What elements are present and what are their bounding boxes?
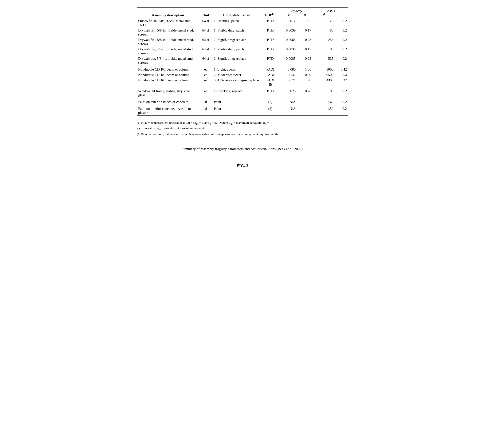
cap-x-cell: N/A xyxy=(279,106,297,115)
table-row: Nonductile CIP RC beam or columnea3, 4. … xyxy=(137,78,348,87)
edp-cell: PTD xyxy=(261,47,279,56)
cost-beta-cell: 0.2 xyxy=(335,88,348,98)
cap-x-cell: 0.0039 xyxy=(279,28,297,37)
cap-x-cell: 0.012 xyxy=(279,18,297,28)
cost-group-header: Cost, $ xyxy=(313,8,348,13)
cost-x-header: x̂ xyxy=(313,13,335,18)
cap-beta-cell xyxy=(297,99,313,105)
cap-beta-cell xyxy=(297,106,313,115)
cap-x-cell: 0.080 xyxy=(279,67,297,72)
unit-col-header: Unit xyxy=(199,8,212,18)
table-row: Drywall ptn, 5/8-in., 1 side, metal stud… xyxy=(137,56,348,65)
assembly-cell: Drywall ptn, 5/8-in., 1 side, metal stud… xyxy=(137,56,199,65)
footnote-2: (2) Paint entire room, hallway, etc. to … xyxy=(137,132,348,137)
assembly-cell: Stucco finish, 7/8", 3-5/8" metal stud, … xyxy=(137,18,199,28)
data-table: Assembly description Unit Limit state; r… xyxy=(137,8,348,115)
assembly-cell: Nonductile CIP RC beam or column xyxy=(137,78,199,87)
unit-cell: ea xyxy=(199,67,212,72)
assembly-cell: Drywall fin., 5/8-in., 1 side, metal stu… xyxy=(137,37,199,47)
unit-cell: 64 sf xyxy=(199,28,212,37)
cap-beta-cell: 0.17 xyxy=(297,47,313,56)
assembly-cell: Paint on exterior stucco or concrete xyxy=(137,99,199,105)
footnote-1: (1) PTD = peak transient drift ratio; PA… xyxy=(137,120,348,126)
cost-x-cell: 253 xyxy=(313,37,335,47)
cost-x-cell: 1.52 xyxy=(313,106,335,115)
cost-x-cell: 88 xyxy=(313,28,335,37)
limit-cell: 2. Signif. dmg; replace xyxy=(212,37,261,47)
figure-caption: Summary of assembly fragility parameters… xyxy=(137,146,348,152)
unit-cell: 64 sf xyxy=(199,37,212,47)
edp-cell: PADI xyxy=(261,72,279,78)
edp-cell: PTD xyxy=(261,88,279,98)
cost-beta-cell: 0.2 xyxy=(335,106,348,115)
unit-cell: 64 sf xyxy=(199,18,212,28)
table-row: Drywall ptn, 5/8-in., 1 side, metal stud… xyxy=(137,47,348,56)
cost-x-cell: 8000 xyxy=(313,67,335,72)
cost-beta-cell: 0.37 xyxy=(335,78,348,87)
group-header-row: Assembly description Unit Limit state; r… xyxy=(137,8,348,13)
cap-beta-cell: 0.28 xyxy=(297,88,313,98)
cost-x-cell: 88 xyxy=(313,47,335,56)
unit-cell: sf xyxy=(199,99,212,105)
limit-cell: 1. Visible dmg; patch xyxy=(212,28,261,37)
edp-cell: PADI⚐ xyxy=(261,78,279,87)
assembly-cell: Nonductile CIP RC beam or column xyxy=(137,72,199,78)
table-row: Paint on interior concrete, drywall, or … xyxy=(137,106,348,115)
footnote-1-line2: yield curvature, φu = curvature at maxim… xyxy=(137,126,348,131)
cost-x-cell: 525 xyxy=(313,56,335,65)
cost-beta-cell: 0.4 xyxy=(335,72,348,78)
cap-beta-cell: 0.17 xyxy=(297,28,313,37)
cap-x-cell: 0.31 xyxy=(279,72,297,78)
limit-cell: 1. Visible dmg; patch xyxy=(212,47,261,56)
table-row: Stucco finish, 7/8", 3-5/8" metal stud, … xyxy=(137,18,348,28)
cap-x-cell: 0.0085 xyxy=(279,37,297,47)
cost-beta-cell: 0.42 xyxy=(335,67,348,72)
table-wrapper: Assembly description Unit Limit state; r… xyxy=(137,7,348,116)
cap-beta-header: β xyxy=(297,13,313,18)
cost-x-cell: 1.45 xyxy=(313,99,335,105)
table-row: Drywall fin., 5/8-in., 1 side, metal stu… xyxy=(137,37,348,47)
edp-cell: (2) xyxy=(261,106,279,115)
limit-cell: 1. Light; epoxy xyxy=(212,67,261,72)
unit-cell: 64 sf xyxy=(199,47,212,56)
cost-beta-header: β xyxy=(335,13,348,18)
cost-beta-cell: 0.2 xyxy=(335,18,348,28)
edp-cell: (2) xyxy=(261,99,279,105)
unit-cell: ea xyxy=(199,78,212,87)
edp-cell: PTD xyxy=(261,18,279,28)
cap-beta-cell: 0.8 xyxy=(297,78,313,87)
unit-cell: 64 sf xyxy=(199,56,212,65)
cap-x-cell: 0.023 xyxy=(279,88,297,98)
cap-beta-cell: 0.89 xyxy=(297,72,313,78)
cost-beta-cell: 0.2 xyxy=(335,99,348,105)
cost-x-cell: 20500 xyxy=(313,72,335,78)
cost-beta-cell: 0.2 xyxy=(335,56,348,65)
table-row: Nonductile CIP RC beam or columnea1. Lig… xyxy=(137,67,348,72)
cap-x-cell: 0.0039 xyxy=(279,47,297,56)
unit-cell: ea xyxy=(199,88,212,98)
limit-col-header: Limit state; repair xyxy=(212,8,261,18)
edp-cell: PADI xyxy=(261,67,279,72)
table-row: Drywall fin., 5/8-in., 1 side, metal stu… xyxy=(137,28,348,37)
edp-cell: PTD xyxy=(261,28,279,37)
limit-cell: 2. Moderate; jacket xyxy=(212,72,261,78)
table-row: Nonductile CIP RC beam or columnea2. Mod… xyxy=(137,72,348,78)
unit-cell: sf xyxy=(199,106,212,115)
cap-beta-cell: 0.23 xyxy=(297,56,313,65)
cap-x-cell: N/A xyxy=(279,99,297,105)
cost-beta-cell: 0.2 xyxy=(335,47,348,56)
cap-beta-cell: 0.23 xyxy=(297,37,313,47)
cap-beta-cell: 0.5 xyxy=(297,18,313,28)
cost-x-cell: 180 xyxy=(313,88,335,98)
assembly-cell: Drywall fin., 5/8-in., 1 side, metal stu… xyxy=(137,28,199,37)
page-container: Assembly description Unit Limit state; r… xyxy=(137,7,348,168)
assembly-col-header: Assembly description xyxy=(137,8,199,18)
cost-beta-cell: 0.2 xyxy=(335,28,348,37)
footnotes: (1) PTD = peak transient drift ratio; PA… xyxy=(137,119,348,137)
info-icon: ⚐ xyxy=(269,83,272,86)
cap-x-cell: 0.0085 xyxy=(279,56,297,65)
limit-cell: Paint xyxy=(212,106,261,115)
assembly-cell: Nonductile CIP RC beam or column xyxy=(137,67,199,72)
assembly-cell: Window, Al frame, sliding, hvy sheet gla… xyxy=(137,88,199,98)
cost-x-cell: 34300 xyxy=(313,78,335,87)
